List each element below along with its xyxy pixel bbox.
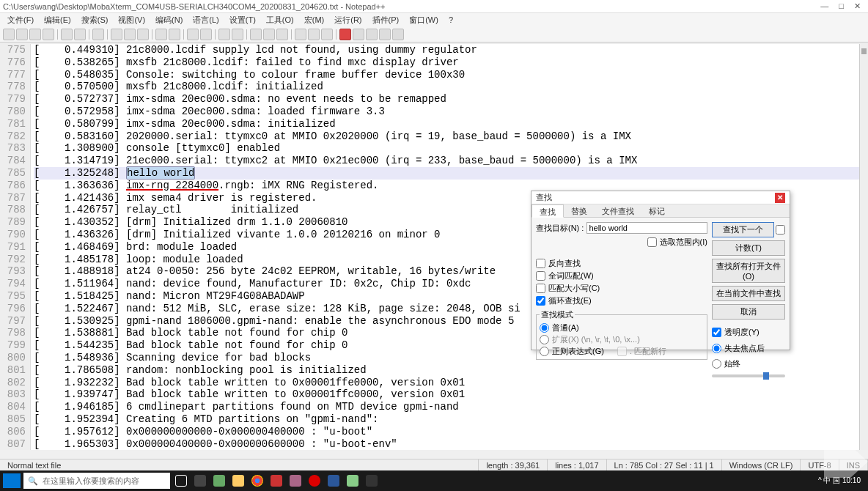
file-explorer-icon[interactable]	[230, 473, 246, 489]
windows-taskbar: 🔍 在这里输入你要搜索的内容 ^ 中 国 10:10	[0, 470, 868, 491]
app-red-icon[interactable]	[268, 473, 284, 489]
indent-guide-icon[interactable]	[276, 29, 288, 40]
menu-view[interactable]: 视图(V)	[114, 15, 150, 26]
chk-transparent[interactable]	[712, 328, 721, 337]
menu-macro[interactable]: 宏(M)	[300, 15, 329, 26]
dialog-title: 查找	[536, 192, 552, 203]
tab-mark[interactable]: 标记	[641, 204, 672, 217]
chk-backward-label: 反向查找	[548, 258, 581, 269]
chk-backward[interactable]	[536, 259, 545, 268]
find-all-open-button[interactable]: 查找所有打开文件(O)	[712, 259, 785, 283]
chk-match-case-label: 匹配大小写(C)	[548, 283, 600, 294]
new-file-icon[interactable]	[3, 29, 15, 40]
menu-help[interactable]: ?	[444, 15, 457, 24]
window-close-icon[interactable]: ✕	[854, 1, 861, 11]
find-next-lock[interactable]	[776, 222, 785, 237]
undo-icon[interactable]	[155, 29, 167, 40]
chk-in-selection-label: 选取范围内(I)	[660, 237, 707, 248]
start-button[interactable]	[3, 473, 21, 488]
save-icon[interactable]	[29, 29, 41, 40]
chrome-icon[interactable]	[249, 473, 265, 489]
radio-on-lose-focus[interactable]	[712, 344, 721, 353]
close-all-icon[interactable]	[74, 29, 86, 40]
window-minimize-icon[interactable]: —	[820, 1, 828, 11]
window-maximize-icon[interactable]: □	[839, 1, 844, 11]
tab-replace[interactable]: 替换	[564, 204, 595, 217]
menu-plugins[interactable]: 插件(P)	[368, 15, 404, 26]
find-next-button[interactable]: 查找下一个	[712, 222, 774, 237]
paste-icon[interactable]	[137, 29, 149, 40]
print-icon[interactable]	[92, 29, 104, 40]
radio-on-lose-focus-label: 失去焦点后	[724, 343, 765, 354]
menu-settings[interactable]: 设置(T)	[225, 15, 260, 26]
wordwrap-icon[interactable]	[250, 29, 262, 40]
menu-edit[interactable]: 编辑(E)	[40, 15, 76, 26]
find-target-label: 查找目标(N) :	[536, 223, 584, 234]
copy-icon[interactable]	[124, 29, 136, 40]
transparency-slider[interactable]	[712, 374, 785, 377]
radio-regex-label: 正则表达式(G)	[552, 346, 604, 357]
stop-macro-icon[interactable]	[353, 29, 364, 40]
line-number-gutter: 775 776 777 778 779 780 781 782 783 784 …	[0, 44, 31, 450]
app-1-icon[interactable]	[192, 473, 208, 489]
find-icon[interactable]	[187, 29, 199, 40]
open-file-icon[interactable]	[16, 29, 28, 40]
word-icon[interactable]	[326, 473, 342, 489]
menu-window[interactable]: 窗口(W)	[405, 15, 443, 26]
func-list-icon[interactable]	[321, 29, 333, 40]
search-mode-group: 查找模式 普通(A) 扩展(X) (\n, \r, \t, \0, \x...)…	[536, 309, 707, 360]
record-icon[interactable]	[306, 473, 323, 489]
chk-match-case[interactable]	[536, 284, 545, 293]
play-macro-icon[interactable]	[366, 29, 378, 40]
tab-find-in-files[interactable]: 文件查找	[595, 204, 641, 217]
record-macro-icon[interactable]	[339, 29, 351, 40]
menu-tools[interactable]: 工具(O)	[262, 15, 298, 26]
dialog-titlebar[interactable]: 查找 ✕	[532, 191, 790, 204]
menu-file[interactable]: 文件(F)	[3, 15, 38, 26]
save-all-icon[interactable]	[43, 29, 54, 40]
folder-icon[interactable]	[295, 29, 306, 40]
vertical-scrollbar[interactable]	[859, 44, 868, 450]
radio-normal-label: 普通(A)	[552, 322, 579, 333]
dialog-close-icon[interactable]: ✕	[775, 193, 785, 203]
redo-icon[interactable]	[169, 29, 180, 40]
terminal-icon[interactable]	[364, 473, 380, 489]
menu-language[interactable]: 语言(L)	[188, 15, 223, 26]
find-target-input[interactable]	[586, 222, 707, 234]
search-mode-legend: 查找模式	[540, 309, 575, 320]
search-icon: 🔍	[28, 476, 38, 486]
menu-search[interactable]: 搜索(S)	[77, 15, 113, 26]
task-view-icon[interactable]	[173, 473, 189, 489]
cut-icon[interactable]	[111, 29, 122, 40]
zoom-out-icon[interactable]	[232, 29, 243, 40]
menu-encoding[interactable]: 编码(N)	[151, 15, 187, 26]
status-position: Ln : 785 Col : 27 Sel : 11 | 1	[607, 459, 722, 470]
replace-icon[interactable]	[200, 29, 212, 40]
taskbar-search[interactable]: 🔍 在这里输入你要搜索的内容	[23, 473, 170, 489]
notepadpp-icon[interactable]	[345, 473, 361, 489]
app-2-icon[interactable]	[211, 473, 227, 489]
app-purple-icon[interactable]	[287, 473, 304, 489]
chk-whole-word-label: 全词匹配(W)	[548, 270, 594, 281]
close-file-icon[interactable]	[61, 29, 73, 40]
radio-always[interactable]	[712, 359, 721, 369]
zoom-in-icon[interactable]	[218, 29, 230, 40]
menubar: 文件(F) 编辑(E) 搜索(S) 视图(V) 编码(N) 语言(L) 设置(T…	[0, 13, 868, 26]
chk-in-selection[interactable]	[647, 237, 657, 247]
cancel-button[interactable]: 取消	[712, 304, 785, 320]
find-all-current-button[interactable]: 在当前文件中查找	[712, 286, 785, 301]
radio-extended-label: 扩展(X) (\n, \r, \t, \0, \x...)	[552, 334, 640, 345]
doc-map-icon[interactable]	[308, 29, 320, 40]
count-button[interactable]: 计数(T)	[712, 240, 785, 256]
all-chars-icon[interactable]	[263, 29, 275, 40]
radio-extended[interactable]	[540, 335, 549, 344]
radio-regex[interactable]	[540, 347, 549, 356]
menu-run[interactable]: 运行(R)	[330, 15, 366, 26]
chk-whole-word[interactable]	[536, 271, 545, 281]
scrollbar-thumb[interactable]	[861, 48, 867, 54]
save-macro-icon[interactable]	[392, 29, 404, 40]
chk-wrap[interactable]	[536, 296, 545, 306]
radio-normal[interactable]	[540, 323, 549, 333]
run-multi-macro-icon[interactable]	[379, 29, 391, 40]
tab-find[interactable]: 查找	[532, 204, 564, 218]
